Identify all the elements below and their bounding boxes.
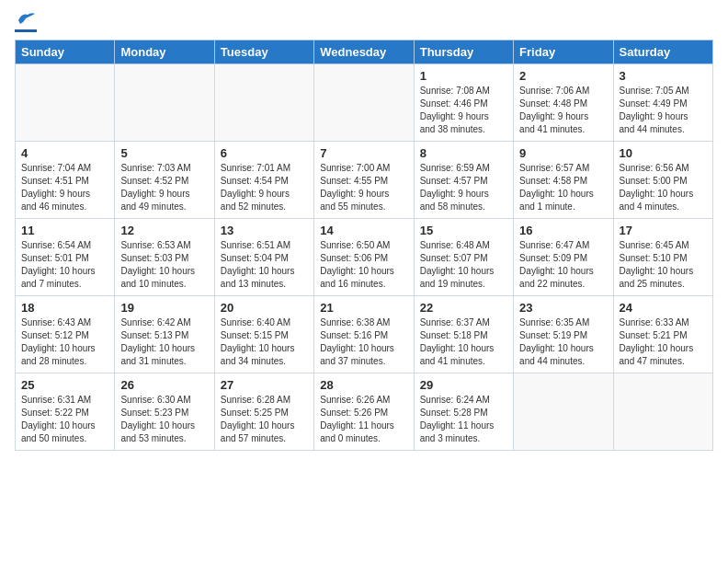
day-number: 22 (420, 301, 507, 315)
day-number: 28 (320, 378, 407, 392)
logo-bird-icon (17, 11, 37, 28)
calendar-cell (514, 373, 613, 451)
day-number: 13 (221, 224, 308, 237)
calendar-cell: 28Sunrise: 6:26 AM Sunset: 5:26 PM Dayli… (314, 373, 414, 451)
day-detail: Sunrise: 6:56 AM Sunset: 5:00 PM Dayligh… (620, 162, 707, 213)
calendar-cell: 18Sunrise: 6:43 AM Sunset: 5:12 PM Dayli… (16, 296, 115, 373)
calendar-cell: 23Sunrise: 6:35 AM Sunset: 5:19 PM Dayli… (514, 296, 613, 373)
calendar-week-row: 1Sunrise: 7:08 AM Sunset: 4:46 PM Daylig… (16, 64, 713, 142)
logo-underline (15, 29, 37, 32)
day-number: 15 (420, 224, 507, 237)
calendar-cell: 13Sunrise: 6:51 AM Sunset: 5:04 PM Dayli… (214, 219, 313, 296)
logo (15, 15, 37, 32)
day-detail: Sunrise: 7:06 AM Sunset: 4:48 PM Dayligh… (519, 85, 607, 136)
day-detail: Sunrise: 6:26 AM Sunset: 5:26 PM Dayligh… (320, 394, 407, 445)
calendar-cell (115, 64, 214, 142)
calendar-cell (314, 64, 414, 142)
day-number: 27 (221, 378, 308, 392)
day-number: 24 (620, 301, 707, 315)
calendar-cell: 5Sunrise: 7:03 AM Sunset: 4:52 PM Daylig… (115, 142, 214, 219)
calendar-cell: 7Sunrise: 7:00 AM Sunset: 4:55 PM Daylig… (314, 142, 414, 219)
calendar-cell: 11Sunrise: 6:54 AM Sunset: 5:01 PM Dayli… (16, 219, 115, 296)
calendar-cell: 14Sunrise: 6:50 AM Sunset: 5:06 PM Dayli… (314, 219, 414, 296)
calendar-header-row: SundayMondayTuesdayWednesdayThursdayFrid… (16, 40, 713, 64)
day-detail: Sunrise: 6:28 AM Sunset: 5:25 PM Dayligh… (221, 394, 308, 445)
day-detail: Sunrise: 7:00 AM Sunset: 4:55 PM Dayligh… (320, 162, 407, 213)
day-number: 1 (420, 69, 507, 83)
weekday-header: Wednesday (314, 40, 414, 64)
weekday-header: Saturday (613, 40, 712, 64)
weekday-header: Sunday (16, 40, 115, 64)
day-number: 20 (221, 301, 308, 315)
day-detail: Sunrise: 7:05 AM Sunset: 4:49 PM Dayligh… (620, 85, 707, 136)
calendar-cell: 24Sunrise: 6:33 AM Sunset: 5:21 PM Dayli… (613, 296, 712, 373)
weekday-header: Friday (514, 40, 613, 64)
day-detail: Sunrise: 6:40 AM Sunset: 5:15 PM Dayligh… (221, 316, 308, 368)
day-detail: Sunrise: 6:54 AM Sunset: 5:01 PM Dayligh… (21, 239, 108, 291)
calendar-cell: 1Sunrise: 7:08 AM Sunset: 4:46 PM Daylig… (414, 64, 513, 142)
calendar-cell: 25Sunrise: 6:31 AM Sunset: 5:22 PM Dayli… (16, 373, 115, 451)
calendar-cell (214, 64, 313, 142)
day-number: 29 (420, 378, 507, 392)
calendar-week-row: 25Sunrise: 6:31 AM Sunset: 5:22 PM Dayli… (16, 373, 713, 451)
calendar-week-row: 18Sunrise: 6:43 AM Sunset: 5:12 PM Dayli… (16, 296, 713, 373)
calendar-week-row: 11Sunrise: 6:54 AM Sunset: 5:01 PM Dayli… (16, 219, 713, 296)
day-number: 4 (21, 146, 108, 160)
day-detail: Sunrise: 7:04 AM Sunset: 4:51 PM Dayligh… (21, 162, 108, 213)
day-detail: Sunrise: 6:31 AM Sunset: 5:22 PM Dayligh… (21, 394, 108, 445)
day-number: 17 (620, 224, 707, 237)
day-number: 16 (519, 224, 607, 237)
day-detail: Sunrise: 6:37 AM Sunset: 5:18 PM Dayligh… (420, 316, 507, 368)
calendar-cell: 16Sunrise: 6:47 AM Sunset: 5:09 PM Dayli… (514, 219, 613, 296)
day-number: 19 (120, 301, 208, 315)
calendar-cell: 20Sunrise: 6:40 AM Sunset: 5:15 PM Dayli… (214, 296, 313, 373)
day-detail: Sunrise: 6:45 AM Sunset: 5:10 PM Dayligh… (620, 239, 707, 291)
day-number: 2 (519, 69, 607, 83)
day-detail: Sunrise: 6:24 AM Sunset: 5:28 PM Dayligh… (420, 394, 507, 445)
day-number: 25 (21, 378, 108, 392)
calendar-week-row: 4Sunrise: 7:04 AM Sunset: 4:51 PM Daylig… (16, 142, 713, 219)
day-detail: Sunrise: 6:57 AM Sunset: 4:58 PM Dayligh… (519, 162, 607, 213)
calendar-cell: 10Sunrise: 6:56 AM Sunset: 5:00 PM Dayli… (613, 142, 712, 219)
day-detail: Sunrise: 6:33 AM Sunset: 5:21 PM Dayligh… (620, 316, 707, 368)
calendar-cell: 6Sunrise: 7:01 AM Sunset: 4:54 PM Daylig… (214, 142, 313, 219)
day-detail: Sunrise: 6:43 AM Sunset: 5:12 PM Dayligh… (21, 316, 108, 368)
header (15, 15, 713, 32)
calendar-cell: 4Sunrise: 7:04 AM Sunset: 4:51 PM Daylig… (16, 142, 115, 219)
day-number: 11 (21, 224, 108, 237)
day-detail: Sunrise: 6:59 AM Sunset: 4:57 PM Dayligh… (420, 162, 507, 213)
calendar-cell: 2Sunrise: 7:06 AM Sunset: 4:48 PM Daylig… (514, 64, 613, 142)
day-number: 14 (320, 224, 407, 237)
calendar-cell: 15Sunrise: 6:48 AM Sunset: 5:07 PM Dayli… (414, 219, 513, 296)
day-number: 23 (519, 301, 607, 315)
calendar-table: SundayMondayTuesdayWednesdayThursdayFrid… (15, 40, 713, 451)
day-detail: Sunrise: 7:08 AM Sunset: 4:46 PM Dayligh… (420, 85, 507, 136)
day-number: 10 (620, 146, 707, 160)
day-number: 7 (320, 146, 407, 160)
day-detail: Sunrise: 6:42 AM Sunset: 5:13 PM Dayligh… (120, 316, 208, 368)
day-detail: Sunrise: 6:30 AM Sunset: 5:23 PM Dayligh… (120, 394, 208, 445)
day-number: 12 (120, 224, 208, 237)
calendar-cell: 9Sunrise: 6:57 AM Sunset: 4:58 PM Daylig… (514, 142, 613, 219)
weekday-header: Thursday (414, 40, 513, 64)
calendar-cell: 21Sunrise: 6:38 AM Sunset: 5:16 PM Dayli… (314, 296, 414, 373)
day-detail: Sunrise: 6:48 AM Sunset: 5:07 PM Dayligh… (420, 239, 507, 291)
day-number: 18 (21, 301, 108, 315)
calendar-cell: 22Sunrise: 6:37 AM Sunset: 5:18 PM Dayli… (414, 296, 513, 373)
calendar-cell: 27Sunrise: 6:28 AM Sunset: 5:25 PM Dayli… (214, 373, 313, 451)
day-detail: Sunrise: 6:51 AM Sunset: 5:04 PM Dayligh… (221, 239, 308, 291)
calendar-cell: 29Sunrise: 6:24 AM Sunset: 5:28 PM Dayli… (414, 373, 513, 451)
weekday-header: Tuesday (214, 40, 313, 64)
calendar-cell (16, 64, 115, 142)
day-number: 3 (620, 69, 707, 83)
calendar-cell: 17Sunrise: 6:45 AM Sunset: 5:10 PM Dayli… (613, 219, 712, 296)
day-detail: Sunrise: 6:38 AM Sunset: 5:16 PM Dayligh… (320, 316, 407, 368)
day-number: 8 (420, 146, 507, 160)
day-detail: Sunrise: 6:53 AM Sunset: 5:03 PM Dayligh… (120, 239, 208, 291)
weekday-header: Monday (115, 40, 214, 64)
day-number: 21 (320, 301, 407, 315)
day-detail: Sunrise: 6:50 AM Sunset: 5:06 PM Dayligh… (320, 239, 407, 291)
calendar-cell: 3Sunrise: 7:05 AM Sunset: 4:49 PM Daylig… (613, 64, 712, 142)
day-number: 9 (519, 146, 607, 160)
day-detail: Sunrise: 6:35 AM Sunset: 5:19 PM Dayligh… (519, 316, 607, 368)
